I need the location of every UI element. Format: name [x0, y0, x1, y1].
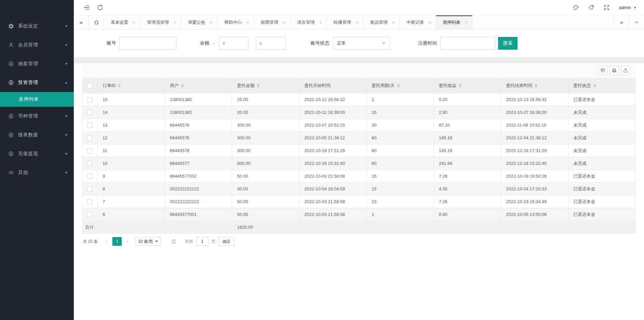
home-tab-button[interactable] [89, 15, 104, 29]
sidebar-item-4[interactable]: 币种管理▼ [0, 107, 74, 126]
sort-icon[interactable] [257, 83, 260, 89]
sidebar-item-3[interactable]: 投资管理▲ [0, 73, 74, 92]
tag-button[interactable] [584, 0, 599, 15]
sidebar-item-2[interactable]: 抽奖管理▼ [0, 54, 74, 73]
cell: 2022-10-04 17:20:33 [501, 183, 569, 195]
column-header-1[interactable]: 用户 [165, 78, 232, 93]
section-divider [74, 57, 644, 63]
prev-page-button[interactable]: ‹ [102, 237, 111, 246]
row-checkbox[interactable] [87, 199, 92, 204]
user-menu[interactable]: admin ▼ [619, 5, 637, 10]
column-header-0[interactable]: 订单ID [98, 78, 165, 93]
sort-icon[interactable] [535, 83, 537, 89]
tab-1[interactable]: 管理员管理× [141, 15, 181, 29]
sort-icon[interactable] [118, 83, 121, 89]
page-1-button[interactable]: 1 [112, 237, 122, 246]
export-button[interactable] [621, 66, 630, 75]
tab-label: 帮助中心 [224, 19, 242, 26]
filter-panel: 账号 余额 - 账号状态 正常 注册时间 搜索 [74, 30, 644, 57]
tab-3[interactable]: 帮助中心× [218, 15, 254, 29]
sidebar: 系统设定▼会员管理▼抽奖管理▼投资管理▲质押列表币种管理▼报表数据▼充值提现▼其… [0, 0, 74, 320]
account-status-select[interactable]: 正常 [333, 37, 390, 50]
fullscreen-button[interactable] [599, 0, 614, 15]
cell: 2022-12-04 21:36:12 [501, 132, 569, 144]
caret-down-icon: ▼ [64, 25, 68, 28]
close-tab-icon[interactable]: × [210, 20, 213, 25]
refresh-page-button[interactable] [93, 0, 107, 15]
sort-icon[interactable] [397, 83, 400, 89]
register-time-input[interactable] [440, 37, 495, 50]
row-checkbox[interactable] [87, 97, 92, 102]
column-header-3[interactable]: 委托开始时间 [299, 78, 367, 93]
cell: 2.90 [434, 106, 501, 119]
palette-icon [573, 4, 579, 11]
column-header-4[interactable]: 委托周期/天 [367, 78, 434, 93]
column-header-6[interactable]: 委托结束时间 [501, 78, 569, 93]
tab-options-button[interactable] [629, 15, 644, 29]
data-table: 订单ID用户委托金额委托开始时间委托周期/天委托收益委托结束时间委托状态 151… [82, 78, 636, 234]
scroll-tabs-left-button[interactable]: « [74, 15, 89, 29]
collapse-sidebar-button[interactable] [80, 0, 93, 15]
cell: 66445578 [165, 132, 232, 144]
balance-max-input[interactable] [256, 37, 285, 50]
column-header-7[interactable]: 委托状态 [568, 78, 636, 93]
caret-down-icon: ▼ [64, 171, 68, 174]
sidebar-item-5[interactable]: 报表数据▼ [0, 126, 74, 144]
sidebar-item-6[interactable]: 充值提现▼ [0, 144, 74, 163]
row-checkbox[interactable] [87, 161, 92, 166]
cell: 2022-10-13 16:56:32 [501, 93, 569, 106]
tab-0[interactable]: 基本设置× [104, 15, 141, 29]
search-button[interactable]: 搜索 [498, 37, 518, 50]
tab-2[interactable]: 弹窗公告× [181, 15, 218, 29]
tab-8[interactable]: 中奖记录× [400, 15, 436, 29]
reload-table-button[interactable] [168, 237, 178, 246]
column-header-5[interactable]: 委托收益 [434, 78, 501, 93]
next-page-button[interactable]: › [123, 237, 132, 246]
sidebar-subitem-label: 质押列表 [19, 96, 39, 102]
tab-5[interactable]: 语言管理× [290, 15, 327, 29]
sidebar-item-1[interactable]: 会员管理▼ [0, 36, 74, 54]
close-tab-icon[interactable]: × [133, 20, 136, 25]
scroll-tabs-right-button[interactable]: » [614, 15, 629, 29]
sidebar-item-7[interactable]: 其他▼ [0, 163, 74, 182]
close-tab-icon[interactable]: × [429, 20, 431, 25]
balance-min-input[interactable] [219, 37, 249, 50]
theme-button[interactable] [568, 0, 584, 15]
sort-icon[interactable] [593, 83, 596, 89]
sort-icon[interactable] [459, 83, 462, 89]
page-size-select[interactable]: 10 条/页 [135, 237, 161, 246]
sidebar-item-0[interactable]: 系统设定▼ [0, 17, 74, 36]
columns-toggle-button[interactable] [598, 66, 607, 75]
row-checkbox[interactable] [87, 186, 92, 192]
row-checkbox[interactable] [87, 110, 92, 115]
table-panel: 订单ID用户委托金额委托开始时间委托周期/天委托收益委托结束时间委托状态 151… [74, 63, 644, 249]
close-tab-icon[interactable]: × [283, 20, 285, 25]
sort-icon[interactable] [181, 83, 184, 89]
row-checkbox[interactable] [87, 123, 92, 128]
row-checkbox[interactable] [87, 174, 92, 179]
close-tab-icon[interactable]: × [247, 20, 249, 25]
close-tab-icon[interactable]: × [356, 20, 359, 25]
total-amount-cell: 1625.00 [232, 221, 300, 234]
close-tab-icon[interactable]: × [465, 20, 468, 25]
close-tab-icon[interactable]: × [174, 20, 176, 25]
goto-confirm-button[interactable]: 确定 [219, 237, 234, 246]
row-checkbox[interactable] [87, 135, 92, 141]
tab-4[interactable]: 权限管理× [254, 15, 290, 29]
goto-page-input[interactable] [196, 237, 209, 246]
cell: 2022-11-06 10:52:15 [501, 119, 569, 132]
cell: 15 [98, 93, 165, 106]
tab-9-active[interactable]: 质押列表× [436, 15, 473, 29]
print-button[interactable] [609, 66, 619, 75]
sidebar-subitem-3-0[interactable]: 质押列表 [0, 92, 74, 107]
row-checkbox[interactable] [87, 212, 92, 217]
close-tab-icon[interactable]: × [319, 20, 322, 25]
account-input[interactable] [119, 37, 176, 50]
close-tab-icon[interactable]: × [392, 20, 395, 25]
row-checkbox[interactable] [87, 148, 92, 153]
select-all-checkbox[interactable] [87, 83, 92, 88]
tab-6[interactable]: 轮播管理× [327, 15, 364, 29]
tab-7[interactable]: 奖品管理× [363, 15, 400, 29]
column-header-2[interactable]: 委托金额 [232, 78, 300, 93]
cell: 66445577 [165, 157, 232, 170]
